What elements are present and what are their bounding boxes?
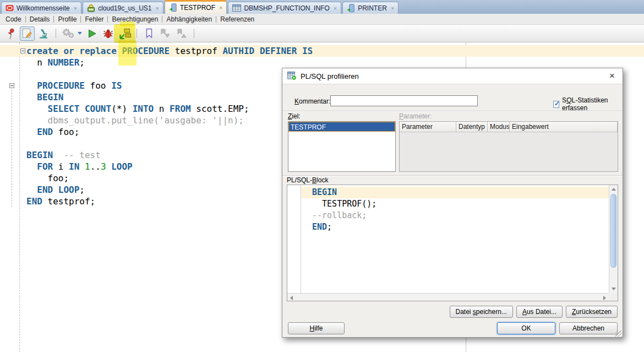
column-header-parameter[interactable]: Parameter (400, 122, 456, 132)
plsql-block-editor[interactable]: BEGIN TESTPROF();--rollback;END; (287, 185, 618, 301)
editor-subtabs: CodeDetailsProfileFehlerBerechtigungenAb… (0, 14, 644, 24)
scrollbar-thumb[interactable] (610, 194, 616, 268)
comment-label: Kommentar: (294, 98, 330, 105)
procedure-icon (347, 4, 355, 13)
scroll-right-icon[interactable] (601, 294, 608, 301)
code-line: TESTPROF(); (301, 198, 609, 210)
subtab-berechtigungen[interactable]: Berechtigungen (108, 16, 162, 23)
resize-grip[interactable] (615, 331, 622, 337)
scroll-down-icon[interactable] (609, 285, 618, 293)
from-file-button[interactable]: Aus Datei... (516, 306, 563, 318)
code-line: END; (301, 221, 609, 233)
separator (282, 111, 623, 112)
target-list[interactable]: TESTPROF (288, 121, 396, 172)
file-buttons-row: Datei speichern... Aus Datei... Zurückse… (450, 306, 618, 318)
toolbar-separator (137, 29, 137, 38)
close-icon[interactable]: × (391, 5, 394, 12)
save-file-button[interactable]: Datei speichern... (450, 306, 513, 318)
edit-icon-button[interactable] (20, 26, 35, 41)
parameters-label: Parameter: (399, 112, 432, 120)
separator (282, 175, 623, 176)
code-line: create or replace PROCEDURE testprof AUT… (0, 45, 644, 57)
sql-stats-label: SQL-Statistiken erfassen (562, 96, 623, 112)
prev-bookmark-icon-button (174, 26, 189, 41)
block-gutter (287, 185, 301, 293)
subtab-profile[interactable]: Profile (54, 16, 81, 23)
scrollbar-corner (609, 293, 618, 301)
tab-Willkommensseite[interactable]: Willkommensseite× (1, 2, 81, 14)
close-icon[interactable]: × (219, 4, 222, 11)
dialog-body: Kommentar: ✓ SQL-Statistiken erfassen Zi… (282, 84, 623, 338)
tab-label: TESTPROF (180, 4, 215, 12)
tab-cloud19c_us_US1[interactable]: cloud19c_us_US1× (83, 2, 163, 14)
block-code-lines[interactable]: BEGIN TESTPROF();--rollback;END; (301, 187, 609, 233)
code-line: n NUMBER; (0, 57, 644, 68)
chevron-down-icon[interactable] (78, 32, 82, 35)
code-line: BEGIN (301, 187, 609, 198)
checkbox-icon: ✓ (553, 101, 559, 108)
toolbar-separator (194, 29, 194, 38)
close-icon[interactable]: × (334, 5, 337, 12)
tab-PRINTER[interactable]: PRINTER× (342, 2, 399, 14)
close-icon[interactable]: × (74, 5, 77, 12)
target-label: Ziel: (288, 112, 301, 120)
toolbar-separator (56, 29, 56, 38)
sql-stats-checkbox[interactable]: ✓ SQL-Statistiken erfassen (553, 96, 623, 112)
scroll-left-icon[interactable] (288, 294, 296, 301)
code-line: --rollback; (301, 210, 609, 221)
tab-TESTPROF[interactable]: TESTPROF× (165, 0, 227, 14)
subtab-fehler[interactable]: Fehler (81, 16, 108, 23)
profile-icon-button[interactable] (117, 26, 132, 41)
subtab-details[interactable]: Details (26, 16, 54, 23)
subtab-abhängigkeiten[interactable]: Abhängigkeiten (162, 16, 216, 23)
column-header-eingabewert[interactable]: Eingabewert (510, 122, 618, 132)
sql-developer-window: Willkommensseite×cloud19c_us_US1×TESTPRO… (0, 0, 644, 352)
help-button[interactable]: Hilfe (288, 322, 345, 334)
editor-toolbar (0, 24, 644, 42)
sql-worksheet-icon (87, 4, 95, 12)
table-icon (232, 4, 241, 12)
close-icon[interactable]: × (156, 5, 159, 12)
column-header-modus[interactable]: Modus (488, 122, 510, 132)
subtab-referenzen[interactable]: Referenzen (216, 16, 258, 23)
comment-input[interactable] (330, 95, 478, 106)
plsql-block-label: PL/SQL-Block (287, 176, 328, 184)
tab-label: PRINTER (358, 4, 387, 12)
tab-label: Willkommensseite (17, 4, 70, 12)
tab-label: cloud19c_us_US1 (98, 4, 151, 12)
debug-icon-button[interactable] (101, 26, 116, 41)
profiler-dialog-icon (287, 72, 297, 80)
oracle-icon (6, 4, 14, 12)
cancel-button[interactable]: Abbrechen (559, 322, 618, 334)
tab-label: DBMSHP_FUNCTION_INFO (244, 4, 329, 12)
subtab-code[interactable]: Code (2, 16, 26, 23)
parameters-table: ParameterDatentypModusEingabewert (399, 121, 618, 172)
column-header-datentyp[interactable]: Datentyp (456, 122, 488, 132)
scroll-up-icon[interactable] (609, 186, 618, 193)
close-icon[interactable]: × (607, 71, 618, 82)
fold-toggle-icon[interactable] (20, 48, 25, 53)
dialog-title: PL/SQL profilieren (301, 72, 359, 80)
horizontal-scrollbar[interactable] (287, 293, 609, 301)
ok-cancel-row: OK Abbrechen (497, 322, 618, 334)
procedure-icon (169, 3, 177, 12)
target-list-item[interactable]: TESTPROF (288, 122, 395, 132)
run-icon-button[interactable] (84, 26, 99, 41)
document-tabbar: Willkommensseite×cloud19c_us_US1×TESTPRO… (0, 0, 644, 14)
dialog-titlebar[interactable]: PL/SQL profilieren × (282, 68, 623, 84)
tab-DBMSHP_FUNCTION_INFO[interactable]: DBMSHP_FUNCTION_INFO× (228, 2, 341, 14)
reset-button[interactable]: Zurücksetzen (566, 306, 618, 318)
vertical-scrollbar[interactable] (609, 185, 618, 293)
plsql-profile-dialog: PL/SQL profilieren × Kommentar: ✓ SQL-St… (282, 68, 623, 338)
ok-button[interactable]: OK (497, 322, 555, 334)
microscope-icon-button[interactable] (36, 26, 51, 41)
pin-icon-button[interactable] (3, 26, 18, 41)
next-bookmark-icon-button (158, 26, 173, 41)
bookmark-icon-button[interactable] (141, 26, 156, 41)
fold-toggle-icon[interactable] (9, 83, 14, 88)
parameters-table-header: ParameterDatentypModusEingabewert (400, 122, 618, 132)
gears-icon-button (61, 26, 83, 41)
